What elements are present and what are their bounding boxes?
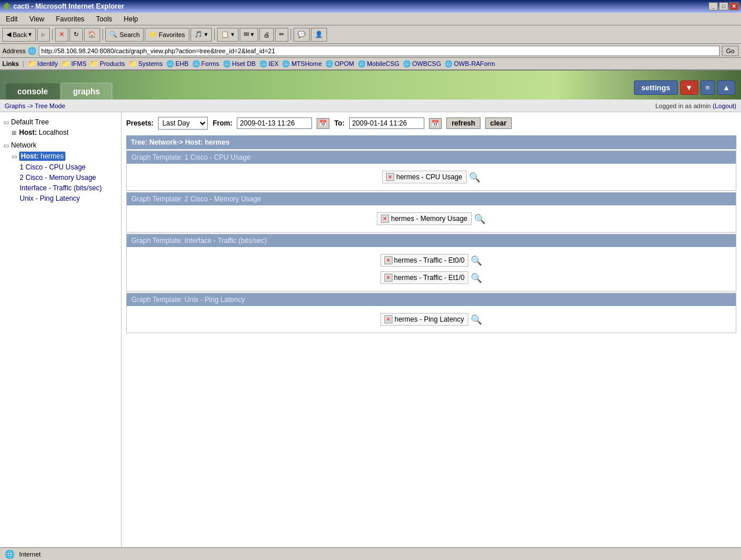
graph-item-traffic-et1: ✕ hermes - Traffic - Et1/0 🔍 xyxy=(131,271,731,284)
graph-label-cpu: hermes - CPU Usage xyxy=(396,173,462,181)
go-button[interactable]: Go xyxy=(722,46,739,56)
tree-item-ping-latency[interactable]: Unix - Ping Latency xyxy=(2,193,119,204)
presets-select[interactable]: Last Day Last Week Last Month Last Year xyxy=(158,117,208,130)
clear-button[interactable]: clear xyxy=(485,117,512,129)
print-button[interactable]: 🖨 xyxy=(259,28,274,42)
minimize-button[interactable]: _ xyxy=(709,2,718,10)
login-status: Logged in as admin (Logout) xyxy=(655,102,736,109)
presets-bar: Presets: Last Day Last Week Last Month L… xyxy=(126,117,736,130)
tree-item-localhost[interactable]: ⊞ Host: Localhost xyxy=(2,127,119,138)
graph-content-cpu: ✕ hermes - CPU Usage 🔍 xyxy=(127,164,736,190)
refresh-button[interactable]: ↻ xyxy=(69,28,83,42)
edit-button[interactable]: ✏ xyxy=(275,28,288,42)
cpu-usage-link[interactable]: 1 Cisco - CPU Usage xyxy=(20,163,86,171)
mail-button[interactable]: ✉ ▾ xyxy=(240,28,258,42)
to-date-input[interactable] xyxy=(349,117,424,129)
graph-item-traffic-et0: ✕ hermes - Traffic - Et0/0 🔍 xyxy=(131,254,731,267)
graph-template-header-traffic: Graph Template: Interface - Traffic (bit… xyxy=(127,234,736,247)
tree-item-network[interactable]: ▭ Network xyxy=(2,140,119,150)
home-button[interactable]: 🏠 xyxy=(84,28,100,42)
broken-image-traffic-et1: ✕ xyxy=(384,274,392,282)
content-area: Presets: Last Day Last Week Last Month L… xyxy=(122,112,741,547)
ping-latency-link[interactable]: Unix - Ping Latency xyxy=(20,194,80,202)
magnify-traffic-et0[interactable]: 🔍 xyxy=(471,255,482,266)
alert-button[interactable]: ▼ xyxy=(680,80,698,95)
expand-icon-hermes: ▭ xyxy=(12,153,17,160)
broken-image-memory: ✕ xyxy=(381,215,389,223)
link-mobilecsg[interactable]: 🌐 MobileCSG xyxy=(358,60,399,68)
graph-template-name-cpu: 1 Cisco - CPU Usage xyxy=(185,153,251,161)
magnify-latency[interactable]: 🔍 xyxy=(471,314,482,325)
tree-item-hermes-host[interactable]: ▭ Host: hermes xyxy=(2,150,119,162)
link-forms[interactable]: 🌐 Forms xyxy=(192,60,219,68)
stop-button[interactable]: ✕ xyxy=(55,28,68,42)
tree-item-cpu-usage[interactable]: 1 Cisco - CPU Usage xyxy=(2,162,119,172)
link-products[interactable]: 📁 Products xyxy=(90,60,124,68)
menu-tools[interactable]: Tools xyxy=(93,14,116,24)
tree-item-default-tree[interactable]: ▭ Default Tree xyxy=(2,117,119,127)
memory-usage-link[interactable]: 2 Cisco - Memory Usage xyxy=(20,174,96,182)
tab-console[interactable]: console xyxy=(6,83,60,100)
graph-template-header-latency: Graph Template: Unix - Ping Latency xyxy=(127,293,736,306)
link-owbra[interactable]: 🌐 OWB-RAForm xyxy=(445,60,495,68)
graph-section-cpu: Graph Template: 1 Cisco - CPU Usage ✕ he… xyxy=(126,150,736,191)
app-header: console graphs settings ▼ ≡ ▲ xyxy=(0,71,741,100)
link-iex[interactable]: 🌐 IEX xyxy=(259,60,279,68)
list-button[interactable]: ≡ xyxy=(700,80,716,95)
close-button[interactable]: ✕ xyxy=(729,2,739,10)
tree-item-memory-usage[interactable]: 2 Cisco - Memory Usage xyxy=(2,172,119,183)
network-label: Network xyxy=(11,141,36,149)
from-date-input[interactable] xyxy=(237,117,312,129)
link-hsetdb[interactable]: 🌐 Hset DB xyxy=(223,60,256,68)
graph-button[interactable]: ▲ xyxy=(717,80,735,95)
media-button[interactable]: 🎵 ▾ xyxy=(190,28,212,42)
menu-help[interactable]: Help xyxy=(120,14,142,24)
from-calendar-button[interactable]: 📅 xyxy=(317,118,329,129)
settings-button[interactable]: settings xyxy=(634,80,678,95)
toolbar: ◀ Back ▾ ▶ ✕ ↻ 🏠 🔍 Search ⭐ Favorites 🎵 … xyxy=(0,25,741,44)
back-button[interactable]: ◀ Back ▾ xyxy=(2,28,36,42)
graph-section-latency: Graph Template: Unix - Ping Latency ✕ he… xyxy=(126,293,736,333)
refresh-button[interactable]: refresh xyxy=(446,117,480,129)
magnify-cpu[interactable]: 🔍 xyxy=(469,172,480,183)
discuss-button[interactable]: 💬 xyxy=(294,28,310,42)
link-opom[interactable]: 🌐 OPOM xyxy=(325,60,354,68)
magnify-traffic-et1[interactable]: 🔍 xyxy=(471,272,482,283)
messenger-button[interactable]: 👤 xyxy=(311,28,327,42)
favorites-button[interactable]: ⭐ Favorites xyxy=(145,28,189,42)
graph-section-memory: Graph Template: 2 Cisco - Memory Usage ✕… xyxy=(126,192,736,233)
graph-content-memory: ✕ hermes - Memory Usage 🔍 xyxy=(127,205,736,232)
graph-item-memory: ✕ hermes - Memory Usage 🔍 xyxy=(131,212,731,225)
graph-placeholder-traffic-et0: ✕ hermes - Traffic - Et0/0 xyxy=(380,254,469,267)
expand-icon-network: ▭ xyxy=(3,142,9,149)
link-ifms[interactable]: 📁 IFMS xyxy=(61,60,86,68)
menu-favorites[interactable]: Favorites xyxy=(52,14,87,24)
to-calendar-button[interactable]: 📅 xyxy=(429,118,442,129)
to-label: To: xyxy=(334,119,344,127)
maximize-button[interactable]: □ xyxy=(719,2,728,10)
graph-content-latency: ✕ hermes - Ping Latency 🔍 xyxy=(127,306,736,333)
link-owbcsg[interactable]: 🌐 OWBCSG xyxy=(403,60,441,68)
menu-view[interactable]: View xyxy=(26,14,48,24)
search-button[interactable]: 🔍 Search xyxy=(105,28,144,42)
menu-edit[interactable]: Edit xyxy=(2,14,21,24)
tree-item-interface-traffic[interactable]: Interface - Traffic (bits/sec) xyxy=(2,183,119,193)
link-mtshome[interactable]: 🌐 MTSHome xyxy=(282,60,322,68)
magnify-memory[interactable]: 🔍 xyxy=(474,213,486,224)
graph-content-traffic: ✕ hermes - Traffic - Et0/0 🔍 ✕ hermes - … xyxy=(127,247,736,291)
expand-icon-localhost: ⊞ xyxy=(12,130,17,136)
graph-template-header-memory: Graph Template: 2 Cisco - Memory Usage xyxy=(127,193,736,205)
links-sep: | xyxy=(23,60,24,67)
logout-link[interactable]: (Logout) xyxy=(713,102,736,109)
tab-graphs[interactable]: graphs xyxy=(61,83,112,100)
history-button[interactable]: 📋 ▾ xyxy=(217,28,239,42)
tree-header-text: Tree: Network-> Host: hermes xyxy=(131,138,229,146)
link-ehb[interactable]: 🌐 EHB xyxy=(166,60,189,68)
link-systems[interactable]: 📁 Systems xyxy=(129,60,163,68)
interface-traffic-link[interactable]: Interface - Traffic (bits/sec) xyxy=(20,184,102,192)
graph-placeholder-latency: ✕ hermes - Ping Latency xyxy=(380,313,468,326)
link-identify[interactable]: 📁 Identify xyxy=(28,60,58,68)
title-bar: 🌵 cacti - Microsoft Internet Explorer _ … xyxy=(0,0,741,13)
forward-button[interactable]: ▶ xyxy=(37,28,50,42)
address-input[interactable] xyxy=(39,46,720,56)
